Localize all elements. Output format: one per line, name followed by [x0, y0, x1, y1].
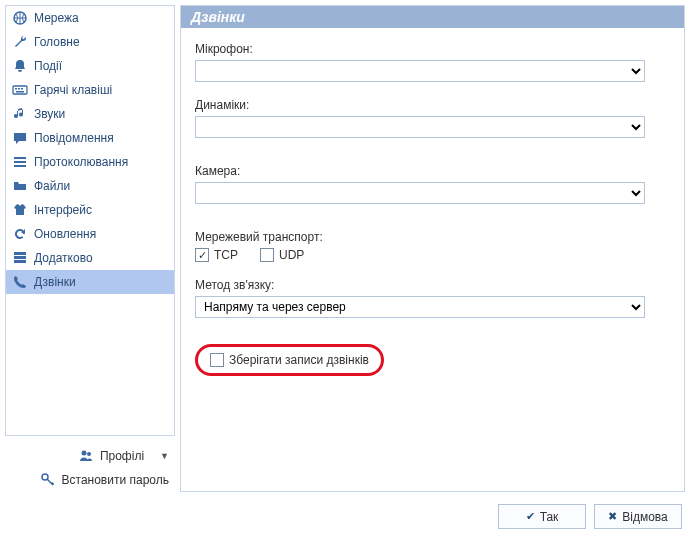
sidebar-item-general[interactable]: Головне: [6, 30, 174, 54]
refresh-icon: [12, 226, 28, 242]
main-panel: Дзвінки Мікрофон: Динаміки: Камера:: [180, 5, 685, 492]
profiles-button[interactable]: Профілі ▼: [5, 444, 175, 468]
speakers-select[interactable]: [195, 116, 645, 138]
cancel-label: Відмова: [622, 510, 668, 524]
sidebar: Мережа Головне Події Гарячі клавіші: [5, 5, 175, 492]
sidebar-item-label: Додатково: [34, 251, 93, 265]
close-icon: ✖: [608, 510, 617, 523]
svg-rect-4: [21, 88, 23, 90]
set-password-label: Встановити пароль: [62, 473, 169, 487]
ok-label: Так: [540, 510, 559, 524]
folder-icon: [12, 178, 28, 194]
check-icon: ✔: [526, 510, 535, 523]
sidebar-item-advanced[interactable]: Додатково: [6, 246, 174, 270]
set-password-button[interactable]: Встановити пароль: [5, 468, 175, 492]
users-icon: [78, 448, 94, 464]
svg-rect-11: [14, 260, 26, 263]
sidebar-item-label: Інтерфейс: [34, 203, 92, 217]
chevron-down-icon: ▼: [160, 451, 169, 461]
udp-label: UDP: [279, 248, 304, 262]
save-records-checkbox[interactable]: Зберігати записи дзвінків: [210, 353, 369, 367]
sidebar-item-label: Звуки: [34, 107, 65, 121]
svg-rect-7: [14, 161, 26, 163]
svg-rect-1: [13, 86, 27, 94]
svg-rect-3: [18, 88, 20, 90]
shirt-icon: [12, 202, 28, 218]
microphone-label: Мікрофон:: [195, 42, 670, 56]
svg-rect-10: [14, 256, 26, 259]
tcp-checkbox[interactable]: ✓ TCP: [195, 248, 238, 262]
sidebar-footer: Профілі ▼ Встановити пароль: [5, 444, 175, 492]
sidebar-item-label: Мережа: [34, 11, 79, 25]
microphone-select[interactable]: [195, 60, 645, 82]
method-select[interactable]: Напряму та через сервер: [195, 296, 645, 318]
sidebar-item-label: Повідомлення: [34, 131, 114, 145]
chat-icon: [12, 130, 28, 146]
sidebar-item-logging[interactable]: Протоколювання: [6, 150, 174, 174]
speakers-label: Динаміки:: [195, 98, 670, 112]
sidebar-item-label: Протоколювання: [34, 155, 128, 169]
wrench-icon: [12, 34, 28, 50]
sidebar-item-calls[interactable]: Дзвінки: [6, 270, 174, 294]
sidebar-item-hotkeys[interactable]: Гарячі клавіші: [6, 78, 174, 102]
camera-label: Камера:: [195, 164, 670, 178]
highlighted-option: Зберігати записи дзвінків: [195, 344, 384, 376]
camera-select[interactable]: [195, 182, 645, 204]
sidebar-item-sounds[interactable]: Звуки: [6, 102, 174, 126]
nav-list: Мережа Головне Події Гарячі клавіші: [5, 5, 175, 436]
list-icon: [12, 154, 28, 170]
page-title: Дзвінки: [181, 6, 684, 28]
phone-icon: [12, 274, 28, 290]
svg-point-12: [81, 451, 86, 456]
checkbox-icon: [210, 353, 224, 367]
sidebar-item-events[interactable]: Події: [6, 54, 174, 78]
sidebar-item-interface[interactable]: Інтерфейс: [6, 198, 174, 222]
music-icon: [12, 106, 28, 122]
sidebar-item-label: Дзвінки: [34, 275, 76, 289]
svg-rect-2: [15, 88, 17, 90]
svg-point-13: [87, 452, 91, 456]
key-icon: [40, 472, 56, 488]
sidebar-item-label: Файли: [34, 179, 70, 193]
sidebar-item-network[interactable]: Мережа: [6, 6, 174, 30]
bell-icon: [12, 58, 28, 74]
sidebar-item-label: Події: [34, 59, 62, 73]
sidebar-item-files[interactable]: Файли: [6, 174, 174, 198]
transport-label: Мережевий транспорт:: [195, 230, 670, 244]
svg-rect-9: [14, 252, 26, 255]
dialog-buttons: ✔ Так ✖ Відмова: [498, 504, 682, 529]
server-icon: [12, 250, 28, 266]
sidebar-item-messages[interactable]: Повідомлення: [6, 126, 174, 150]
svg-rect-5: [16, 91, 24, 93]
checkbox-icon: [260, 248, 274, 262]
sidebar-item-label: Головне: [34, 35, 80, 49]
ok-button[interactable]: ✔ Так: [498, 504, 586, 529]
method-label: Метод зв'язку:: [195, 278, 670, 292]
save-records-label: Зберігати записи дзвінків: [229, 353, 369, 367]
network-icon: [12, 10, 28, 26]
sidebar-item-label: Гарячі клавіші: [34, 83, 112, 97]
keyboard-icon: [12, 82, 28, 98]
svg-rect-6: [14, 157, 26, 159]
sidebar-item-updates[interactable]: Оновлення: [6, 222, 174, 246]
cancel-button[interactable]: ✖ Відмова: [594, 504, 682, 529]
udp-checkbox[interactable]: UDP: [260, 248, 304, 262]
svg-rect-8: [14, 165, 26, 167]
sidebar-item-label: Оновлення: [34, 227, 96, 241]
profiles-label: Профілі: [100, 449, 144, 463]
checkbox-icon: ✓: [195, 248, 209, 262]
tcp-label: TCP: [214, 248, 238, 262]
